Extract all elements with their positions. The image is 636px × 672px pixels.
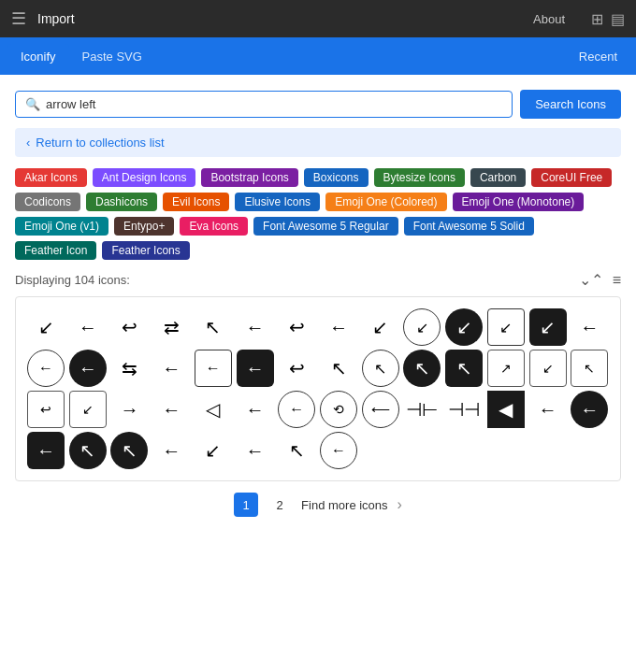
icon-cell[interactable]: ↗ [487,350,525,387]
icon-cell[interactable]: ↙ [529,350,567,387]
icon-cell[interactable]: ↖ [110,432,148,469]
icon-cell[interactable]: ← [152,391,190,428]
tag-feather-icon[interactable]: Feather Icon [15,241,96,260]
icon-cell[interactable]: ← [320,432,357,469]
icon-cell[interactable]: → [110,391,148,428]
icon-cell[interactable]: ◀ [487,391,525,428]
back-chevron-icon: ‹ [26,136,30,150]
tag-coreui-free[interactable]: CoreUI Free [531,168,612,187]
back-label: Return to collections list [36,136,164,150]
tag-carbon[interactable]: Carbon [470,168,526,187]
icon-cell[interactable]: ← [320,308,357,346]
search-icon: 🔍 [25,97,40,111]
icon-cell[interactable]: ↖ [445,350,483,387]
icon-cell[interactable]: ← [237,432,274,469]
icon-cell[interactable]: ⇄ [152,308,190,346]
icon-cell[interactable]: ↩ [278,350,315,387]
icon-cell[interactable]: ↖ [195,308,232,346]
icon-cell[interactable]: ← [27,432,65,469]
tab-paste-svg[interactable]: Paste SVG [69,44,155,69]
tag-codicons[interactable]: Codicons [15,193,80,211]
icon-cell[interactable]: ↙ [69,391,107,428]
icon-cell[interactable]: ↙ [27,308,65,346]
icon-cell[interactable]: ↙ [195,432,232,469]
back-to-collections[interactable]: ‹ Return to collections list [15,128,621,157]
icon-cell[interactable]: ⟲ [320,391,357,428]
icon-cell[interactable]: ← [278,391,315,428]
icon-cell[interactable]: ↖ [69,432,107,469]
icon-cell[interactable]: ↙ [487,308,525,346]
icon-cell[interactable]: ← [69,350,107,387]
tag-emoji-one-v1[interactable]: Emoji One (v1) [15,217,108,236]
app-title: Import [37,11,75,26]
icon-cell[interactable]: ↖ [278,432,315,469]
search-bar: 🔍 Search Icons [0,75,636,119]
icon-cell[interactable]: ⊣⊣ [445,391,483,428]
icon-cell[interactable]: ↖ [362,350,399,387]
icon-cell[interactable]: ← [571,308,608,346]
search-input-wrap[interactable]: 🔍 [15,91,513,118]
icon-cell[interactable]: ↖ [571,350,608,387]
icon-cell[interactable]: ↙ [445,308,483,346]
tag-bytesize-icons[interactable]: Bytesize Icons [374,168,465,187]
titlebar-nav: About [518,0,580,37]
tag-akar-icons[interactable]: Akar Icons [15,168,87,187]
tab-recent[interactable]: Recent [568,44,629,69]
icon-cell[interactable]: ↖ [320,350,357,387]
about-link[interactable]: About [518,0,580,37]
tab-bar: Iconify Paste SVG Recent [0,37,636,75]
icon-cell[interactable]: ← [69,308,107,346]
icon-cell[interactable]: ⟵ [362,391,399,428]
icon-cell[interactable]: ↙ [403,308,441,346]
search-button[interactable]: Search Icons [520,90,621,119]
results-count: Displaying 104 icons: [15,273,130,287]
tag-font-awesome-solid[interactable]: Font Awesome 5 Solid [404,217,534,236]
pagination-next-icon[interactable]: › [398,496,402,513]
tab-iconify[interactable]: Iconify [7,44,69,69]
icon-cell[interactable]: ← [152,432,190,469]
icon-cell[interactable]: ↙ [529,308,567,346]
list-icon[interactable]: ≡ [613,272,621,289]
icon-cell[interactable]: ← [237,350,274,387]
sort-icon[interactable]: ⌄⌃ [579,271,603,289]
icon-cell[interactable]: ↩ [110,308,148,346]
hamburger-icon[interactable]: ☰ [11,8,26,29]
icon-cell[interactable]: ↖ [403,350,441,387]
page-1-button[interactable]: 1 [234,493,258,517]
icon-cell[interactable]: ↙ [362,308,399,346]
menu-icon[interactable]: ▤ [611,10,625,28]
icon-cell[interactable]: ← [529,391,567,428]
tag-entypo[interactable]: Entypo+ [114,217,174,236]
tag-emoji-one-colored[interactable]: Emoji One (Colored) [325,193,446,211]
find-more-link[interactable]: Find more icons [301,498,387,512]
tag-evil-icons[interactable]: Evil Icons [163,193,229,211]
grid-icon[interactable]: ⊞ [591,10,603,28]
tag-bootstrap-icons[interactable]: Bootstrap Icons [201,168,297,187]
tag-ant-design-icons[interactable]: Ant Design Icons [93,168,196,187]
tag-boxicons[interactable]: Boxicons [304,168,369,187]
icon-cell[interactable]: ← [152,350,190,387]
tag-elusive-icons[interactable]: Elusive Icons [235,193,320,211]
tag-font-awesome-regular[interactable]: Font Awesome 5 Regular [253,217,398,236]
icon-cell[interactable]: ← [27,350,65,387]
icon-cell[interactable]: ↩ [27,391,65,428]
results-header: Displaying 104 icons: ⌄⌃ ≡ [0,260,636,296]
icon-cell[interactable]: ↩ [278,308,315,346]
icon-cell[interactable]: ◁ [195,391,232,428]
icon-cell[interactable]: ← [237,308,274,346]
tag-dashicons[interactable]: Dashicons [86,193,157,211]
icons-grid: ↙ ← ↩ ⇄ ↖ ← ↩ ← ↙ ↙ ↙ ↙ ↙ ← ← ← ⇆ ← ← ← … [15,296,621,481]
icon-cell[interactable]: ⇆ [110,350,148,387]
page-2-button[interactable]: 2 [267,493,292,517]
tag-eva-icons[interactable]: Eva Icons [180,217,248,236]
tags-section: Akar Icons Ant Design Icons Bootstrap Ic… [0,157,636,260]
tag-emoji-one-monotone[interactable]: Emoji One (Monotone) [453,193,585,211]
icon-cell[interactable]: ⊣⊢ [403,391,441,428]
main-content: 🔍 Search Icons ‹ Return to collections l… [0,75,636,672]
pagination: 1 2 Find more icons › [0,481,636,528]
icon-cell[interactable]: ← [237,391,274,428]
search-input[interactable] [46,97,502,111]
tag-feather-icons[interactable]: Feather Icons [102,241,189,260]
icon-cell[interactable]: ← [571,391,608,428]
icon-cell[interactable]: ← [195,350,232,387]
